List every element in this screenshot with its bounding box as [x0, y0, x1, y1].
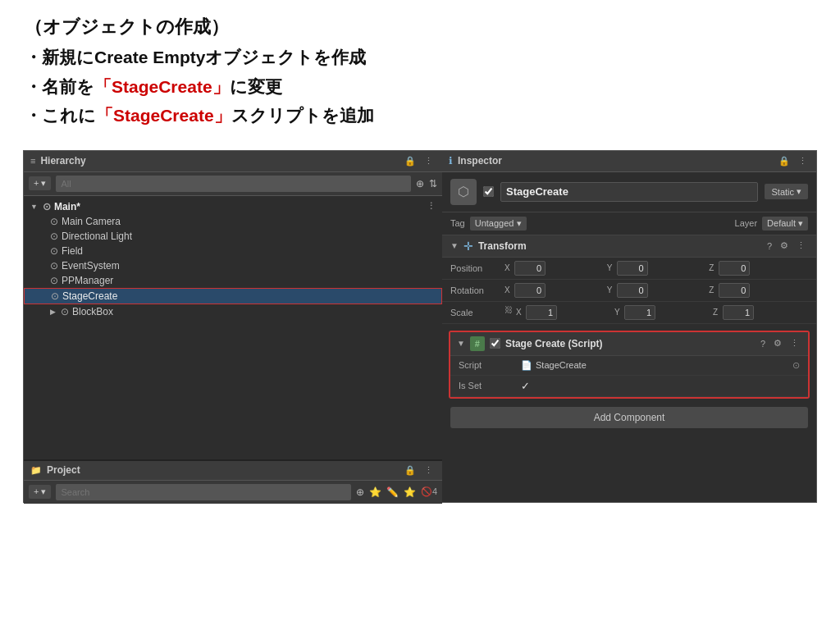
rotation-z-label: Z [709, 285, 717, 294]
rotation-y-input[interactable] [617, 283, 648, 298]
script-settings-icon[interactable]: ⚙ [771, 337, 784, 349]
left-panels: ≡ Hierarchy 🔒 ⋮ + ▾ ⊕ ⇅ ▼ ⊙ Mai [24, 151, 442, 504]
hierarchy-title: Hierarchy [40, 155, 85, 167]
scale-x-label: X [516, 308, 524, 317]
tree-item-field[interactable]: ⊙ Field [24, 244, 442, 258]
hierarchy-search-input[interactable] [56, 176, 411, 192]
hierarchy-header: ≡ Hierarchy 🔒 ⋮ [24, 151, 442, 172]
position-label: Position [450, 263, 500, 273]
main-object-label: Main* [54, 201, 80, 212]
inspector-more-icon[interactable]: ⋮ [796, 155, 810, 167]
script-component-header: ▼ # Stage Create (Script) ? ⚙ ⋮ [450, 332, 808, 356]
object-name-row: ⬡ Static ▾ [442, 172, 816, 212]
position-y-input[interactable] [617, 261, 648, 276]
blockbox-icon: ⊙ [61, 306, 69, 317]
hierarchy-sort-icon[interactable]: ⇅ [429, 178, 437, 189]
object-active-checkbox[interactable] [483, 186, 494, 197]
blockbox-expand-arrow: ▶ [50, 308, 56, 316]
scale-y-input[interactable] [624, 305, 655, 320]
tree-item-main[interactable]: ▼ ⊙ Main* ⋮ [24, 199, 442, 214]
tree-item-main-camera[interactable]: ⊙ Main Camera [24, 214, 442, 229]
object-name-input[interactable] [500, 182, 758, 202]
main-expand-arrow: ▼ [30, 203, 38, 211]
transform-help-icon[interactable]: ? [765, 240, 774, 252]
inspector-info-icon: ℹ [449, 155, 453, 167]
position-row: Position X Y Z [442, 258, 816, 280]
project-icon2[interactable]: ⭐ [369, 486, 381, 498]
transform-settings-icon[interactable]: ⚙ [778, 240, 791, 252]
script-help-icon[interactable]: ? [758, 337, 768, 349]
hierarchy-focus-icon[interactable]: ⊕ [416, 178, 424, 189]
scale-link-icon: ⛓ [504, 305, 513, 320]
rotation-z-input[interactable] [719, 283, 750, 298]
inspector-panel: ℹ Inspector 🔒 ⋮ ⬡ Static ▾ [442, 151, 816, 502]
inspector-header-left: ℹ Inspector [449, 155, 502, 167]
project-panel-icons: 🔒 ⋮ [402, 464, 436, 477]
inspector-lock-icon[interactable]: 🔒 [776, 155, 792, 167]
project-icon3[interactable]: ✏️ [386, 486, 399, 498]
tag-value: Untagged [475, 218, 514, 228]
transform-icon: ✛ [463, 240, 473, 253]
rotation-x-group: X [504, 283, 604, 298]
hierarchy-toolbar: + ▾ ⊕ ⇅ [24, 172, 442, 196]
script-filename: StageCreate [536, 360, 587, 370]
hierarchy-lock-icon[interactable]: 🔒 [402, 155, 418, 167]
bullet2-highlight: 「StageCreate」 [94, 77, 230, 96]
inspector-panel-icons: 🔒 ⋮ [776, 155, 810, 167]
script-active-checkbox-label[interactable] [490, 338, 500, 349]
project-icon1[interactable]: ⊕ [356, 486, 364, 498]
project-lock-icon[interactable]: 🔒 [402, 464, 418, 477]
rotation-label: Rotation [450, 285, 500, 295]
position-x-input[interactable] [514, 261, 546, 276]
tree-item-directional-light[interactable]: ⊙ Directional Light [24, 229, 442, 244]
script-component-title: Stage Create (Script) [505, 338, 753, 349]
script-more-icon[interactable]: ⋮ [788, 337, 801, 349]
position-z-label: Z [709, 263, 717, 272]
transform-more-icon[interactable]: ⋮ [794, 240, 808, 252]
transform-title: Transform [478, 240, 760, 252]
tree-item-blockbox[interactable]: ▶ ⊙ BlockBox [24, 304, 442, 319]
script-component-section: ▼ # Stage Create (Script) ? ⚙ ⋮ Script [449, 331, 810, 399]
tree-item-stagecreate[interactable]: ⊙ StageCreate [24, 288, 442, 304]
project-add-button[interactable]: + ▾ [29, 485, 51, 499]
tag-dropdown[interactable]: Untagged ▾ [470, 217, 527, 231]
scale-fields: ⛓ X Y Z [504, 305, 808, 320]
field-icon: ⊙ [50, 245, 58, 257]
hierarchy-menu-icon: ≡ [30, 156, 35, 166]
add-component-button[interactable]: Add Component [450, 407, 808, 428]
scale-z-input[interactable] [723, 305, 754, 320]
object-3d-icon: ⬡ [458, 184, 469, 199]
title-line: （オブジェクトの作成） [25, 15, 815, 39]
bullet2: ・名前を「StageCreate」に変更 [25, 74, 815, 100]
main-camera-label: Main Camera [62, 216, 121, 227]
project-search-input[interactable] [56, 484, 350, 500]
position-y-label: Y [607, 263, 615, 272]
transform-section-header: ▼ ✛ Transform ? ⚙ ⋮ [442, 235, 816, 258]
position-z-input[interactable] [719, 261, 750, 276]
project-count: 🚫4 [421, 486, 437, 497]
hierarchy-content: ▼ ⊙ Main* ⋮ ⊙ Main Camera ⊙ Directional … [24, 196, 442, 459]
add-object-button[interactable]: + ▾ [29, 176, 51, 190]
bullet2-prefix: ・名前を [25, 77, 94, 96]
light-icon: ⊙ [50, 231, 58, 242]
scale-x-input[interactable] [526, 305, 557, 320]
project-icon4[interactable]: ⭐ [404, 486, 416, 498]
layer-label: Layer [735, 218, 758, 228]
project-more-icon[interactable]: ⋮ [422, 464, 436, 477]
static-button[interactable]: Static ▾ [765, 184, 808, 199]
eventsystem-label: EventSystem [62, 260, 120, 272]
inspector-content: ⬡ Static ▾ Tag Untagged ▾ Layer [442, 172, 816, 502]
rotation-row: Rotation X Y Z [442, 280, 816, 302]
script-active-checkbox[interactable] [490, 338, 500, 349]
isset-field-label: Is Set [459, 381, 516, 390]
hierarchy-more-icon[interactable]: ⋮ [422, 155, 436, 167]
tree-item-eventsystem[interactable]: ⊙ EventSystem [24, 258, 442, 273]
object-active-checkbox-label[interactable] [483, 186, 494, 197]
position-x-group: X [504, 261, 604, 276]
script-pick-icon[interactable]: ⊙ [792, 360, 800, 371]
hierarchy-header-left: ≡ Hierarchy [30, 155, 86, 167]
layer-dropdown[interactable]: Default ▾ [762, 217, 808, 231]
camera-icon: ⊙ [50, 216, 58, 227]
rotation-x-input[interactable] [514, 283, 546, 298]
tree-item-ppmanager[interactable]: ⊙ PPManager [24, 273, 442, 288]
